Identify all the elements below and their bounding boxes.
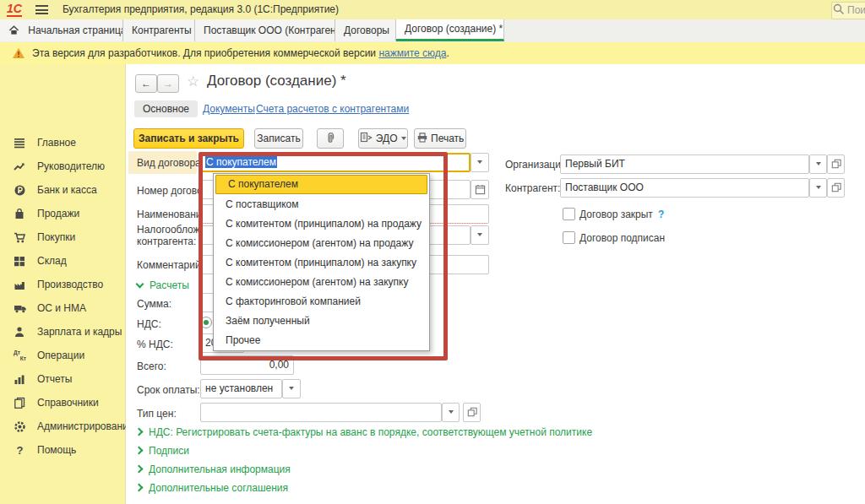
- payment-term-field[interactable]: не установлен: [200, 379, 282, 398]
- taxation-dropdown-button[interactable]: [471, 225, 489, 245]
- open-form-icon: [467, 407, 477, 417]
- app-window: 1С Бухгалтерия предприятия, редакция 3.0…: [0, 0, 865, 504]
- main-menu-icon[interactable]: [35, 5, 48, 14]
- counterparty-open-button[interactable]: [827, 178, 845, 198]
- sidebar-item-sklad[interactable]: Склад: [0, 249, 125, 273]
- tab-dogovory[interactable]: Договоры×: [335, 19, 396, 41]
- dropdown-item[interactable]: С покупателем: [215, 175, 427, 194]
- person-icon: [14, 326, 26, 339]
- contract-signed-checkbox[interactable]: [563, 231, 575, 244]
- sidebar-item-otchety[interactable]: Отчеты: [0, 367, 125, 391]
- global-search[interactable]: Поиск: [831, 2, 865, 19]
- dropdown-item[interactable]: Заём полученный: [214, 312, 429, 331]
- price-type-label: Тип цен:: [137, 408, 177, 420]
- sidebar-item-pomoshch[interactable]: ?Помощь: [0, 438, 125, 462]
- price-type-dropdown-button[interactable]: [442, 403, 460, 422]
- settlements-section-toggle[interactable]: Расчеты: [137, 279, 189, 291]
- dropdown-item[interactable]: С комиссионером (агентом) на закупку: [214, 273, 429, 292]
- sidebar-item-proizvodstvo[interactable]: Производство: [0, 273, 125, 296]
- contract-type-dropdown-button[interactable]: [471, 153, 489, 172]
- total-field[interactable]: 0,00: [200, 355, 294, 375]
- additional-info-expander[interactable]: Дополнительная информация: [136, 463, 291, 475]
- back-button[interactable]: ←: [135, 74, 157, 93]
- dropdown-item[interactable]: Прочее: [214, 331, 429, 350]
- sidebar-item-zarplata-kadry[interactable]: Зарплата и кадры: [0, 320, 125, 344]
- counterparty-field[interactable]: Поставщик ООО: [560, 178, 809, 198]
- tab-label: Начальная страница: [28, 24, 123, 36]
- section-panel: Главное Руководителю Банк и касса Продаж…: [0, 64, 126, 504]
- warning-text: Эта версия для разработчиков. Для приобр…: [32, 47, 376, 59]
- printer-icon: [416, 132, 428, 144]
- tab-label: Договоры: [344, 24, 389, 36]
- subtab-osnovnoe[interactable]: Основное: [134, 100, 198, 117]
- save-and-close-button[interactable]: Записать и закрыть: [133, 128, 244, 149]
- favorite-star-icon[interactable]: ☆: [187, 73, 199, 90]
- contract-type-dropdown-list: С покупателем С поставщиком С комитентом…: [213, 173, 430, 351]
- open-form-icon: [831, 182, 841, 192]
- contract-date-calendar-button[interactable]: [471, 180, 489, 199]
- dropdown-item[interactable]: С поставщиком: [214, 195, 429, 214]
- organization-dropdown-button[interactable]: [809, 154, 827, 174]
- contract-closed-checkbox[interactable]: [563, 208, 575, 220]
- sidebar-item-pokupki[interactable]: Покупки: [0, 225, 125, 249]
- tab-dogovor-sozdanie[interactable]: Договор (создание) *×: [396, 19, 504, 41]
- help-icon[interactable]: ?: [658, 209, 664, 220]
- edo-button[interactable]: ЭДО: [358, 128, 408, 149]
- search-icon: [832, 3, 846, 16]
- signatures-expander[interactable]: Подписи: [136, 445, 189, 457]
- sidebar-item-operacii[interactable]: ДтКтОперации: [0, 344, 125, 367]
- sidebar-item-os-nma[interactable]: ОС и НМА: [0, 296, 125, 320]
- buy-commercial-link[interactable]: нажмите сюда: [378, 47, 446, 59]
- chevron-down-icon: [477, 160, 482, 164]
- price-type-field[interactable]: [200, 403, 442, 422]
- print-button[interactable]: Печать: [414, 128, 466, 149]
- vat-label: НДС:: [137, 318, 161, 330]
- dropdown-item[interactable]: С комитентом (принципалом) на закупку: [214, 253, 429, 273]
- counterparty-dropdown-button[interactable]: [809, 178, 827, 198]
- subtab-scheta-raschetov[interactable]: Счета расчетов с контрагентами: [256, 103, 409, 115]
- vat-in-amount-radio[interactable]: [200, 317, 212, 328]
- dropdown-item[interactable]: С факторинговой компанией: [214, 292, 429, 312]
- amount-label: Сумма:: [137, 298, 171, 310]
- sidebar-item-spravochniki[interactable]: Справочники: [0, 391, 125, 415]
- attachment-button[interactable]: [317, 128, 344, 149]
- save-button[interactable]: Записать: [254, 128, 303, 149]
- contract-signed-label: Договор подписан: [579, 232, 665, 244]
- taxation-label-line2: контрагента:: [137, 236, 196, 247]
- tab-kontragenty[interactable]: Контрагенты×: [123, 19, 195, 41]
- vat-invoices-expander[interactable]: НДС: Регистрировать счета-фактуры на ава…: [136, 426, 592, 438]
- chevron-right-icon: [135, 484, 144, 492]
- contract-closed-label: Договор закрыт?: [579, 209, 664, 220]
- factory-icon: [14, 279, 26, 291]
- organization-field[interactable]: Первый БИТ: [560, 154, 809, 174]
- chevron-down-icon: [289, 387, 294, 390]
- chevron-down-icon: [477, 233, 482, 236]
- subtab-dokumenty[interactable]: Документы: [203, 103, 255, 115]
- truck-icon: [14, 302, 26, 315]
- tab-postavshchik[interactable]: Поставщик ООО (Контрагент)×: [195, 19, 335, 41]
- sidebar-item-bank-kassa[interactable]: Банк и касса: [0, 178, 125, 202]
- vat-rate-label: % НДС:: [137, 339, 173, 350]
- sidebar-item-rukovoditelyu[interactable]: Руководителю: [0, 154, 125, 178]
- sidebar-item-prodazhi[interactable]: Продажи: [0, 202, 125, 225]
- payment-term-dropdown-button[interactable]: [282, 379, 301, 398]
- grid-icon: [14, 255, 26, 268]
- tab-label: Договор (создание) *: [405, 23, 503, 35]
- page-title: Договор (создание) *: [207, 73, 346, 89]
- dropdown-item[interactable]: С комиссионером (агентом) на продажу: [214, 234, 429, 253]
- shopping-bag-icon: [14, 208, 26, 220]
- dropdown-item[interactable]: С комитентом (принципалом) на продажу: [214, 214, 429, 234]
- tab-home[interactable]: Начальная страница: [0, 19, 123, 41]
- additional-agreements-expander[interactable]: Дополнительные соглашения: [136, 482, 288, 494]
- books-icon: [14, 397, 26, 409]
- comment-label: Комментарий:: [137, 259, 204, 271]
- sidebar-item-administrirovanie[interactable]: Администрирование: [0, 415, 125, 438]
- forward-button[interactable]: →: [157, 74, 179, 93]
- tab-label: Поставщик ООО (Контрагент): [204, 24, 335, 36]
- organization-open-button[interactable]: [827, 154, 845, 174]
- sidebar-item-glavnoe[interactable]: Главное: [0, 131, 125, 154]
- contract-type-field[interactable]: С покупателем: [200, 153, 471, 172]
- ruble-coin-icon: [14, 184, 26, 197]
- price-type-open-button[interactable]: [463, 403, 481, 422]
- calendar-icon: [475, 184, 486, 195]
